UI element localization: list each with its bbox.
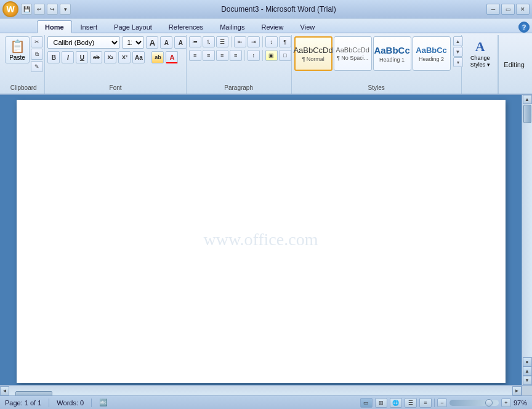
- style-heading1[interactable]: AaBbCc Heading 1: [373, 36, 411, 71]
- decrease-indent-btn[interactable]: ⇤: [234, 36, 246, 47]
- multilevel-button[interactable]: ☰: [216, 36, 228, 47]
- format-painter-button[interactable]: ✎: [31, 61, 43, 72]
- sort-button[interactable]: ↕: [265, 36, 278, 47]
- clear-format-btn[interactable]: A: [174, 36, 187, 49]
- numbering-button[interactable]: ⒈: [203, 36, 215, 47]
- strikethrough-button[interactable]: ab: [90, 51, 102, 63]
- tab-insert[interactable]: Insert: [73, 20, 106, 33]
- align-right-btn[interactable]: ≡: [216, 50, 228, 61]
- change-styles-button[interactable]: A ChangeStyles ▾: [464, 36, 496, 71]
- close-btn[interactable]: ✕: [516, 4, 530, 15]
- status-sep1: [49, 399, 49, 407]
- font-label: Font: [47, 83, 183, 92]
- line-spacing-btn[interactable]: ↕: [248, 50, 260, 61]
- h2-label: Heading 2: [419, 56, 444, 62]
- print-layout-btn[interactable]: ▭: [360, 398, 373, 408]
- justify-btn[interactable]: ≡: [230, 50, 242, 61]
- para-div4: [262, 50, 263, 61]
- scroll-thumb-v[interactable]: [523, 105, 531, 123]
- h1-preview: AaBbCc: [374, 45, 409, 55]
- status-sep2: [91, 399, 92, 407]
- scroll-left-btn[interactable]: ◄: [0, 386, 9, 395]
- para-div3: [244, 50, 245, 61]
- align-left-btn[interactable]: ≡: [189, 50, 201, 61]
- save-quick-btn[interactable]: 💾: [21, 4, 32, 15]
- style-normal[interactable]: AaBbCcDd ¶ Normal: [294, 36, 332, 71]
- scroll-up-btn[interactable]: ▲: [523, 95, 532, 104]
- horizontal-scrollbar: ◄ ►: [0, 385, 522, 395]
- web-layout-btn[interactable]: 🌐: [390, 398, 402, 408]
- select-browse-object[interactable]: ●: [523, 357, 532, 366]
- redo-quick-btn[interactable]: ↪: [47, 4, 58, 15]
- styles-label: Styles: [294, 83, 459, 92]
- normal-label: ¶ Normal: [302, 56, 324, 62]
- tab-home[interactable]: Home: [37, 20, 72, 33]
- clipboard-content: 📋 Paste ✂ ⧉ ✎: [5, 36, 42, 83]
- change-styles-icon: A: [475, 39, 485, 55]
- zoom-slider[interactable]: [449, 400, 499, 406]
- status-right: ▭ ⊞ 🌐 ☰ ≡ − + 97%: [360, 398, 527, 408]
- copy-button[interactable]: ⧉: [31, 49, 43, 60]
- para-div1: [231, 36, 232, 47]
- document-container: www.office.com: [0, 95, 522, 385]
- title-bar: W 💾 ↩ ↪ ▾ Document3 - Microsoft Word (Tr…: [0, 0, 532, 18]
- font-shrink-btn[interactable]: A: [160, 36, 172, 49]
- proofing-icon[interactable]: 🔤: [99, 399, 108, 407]
- nospace-label: ¶ No Spaci...: [337, 55, 368, 61]
- page-info: Page: 1 of 1: [5, 399, 41, 407]
- office-logo[interactable]: W: [2, 1, 18, 17]
- editing-section: Editing: [498, 35, 530, 94]
- minimize-btn[interactable]: ─: [486, 4, 500, 15]
- font-content: Calibri (Body) 11 A A A B I U ab X₂ X² A…: [47, 36, 183, 83]
- style-heading2[interactable]: AaBbCc Heading 2: [413, 36, 451, 71]
- bullets-button[interactable]: ≔: [189, 36, 201, 47]
- font-size-select[interactable]: 11: [122, 36, 144, 49]
- style-no-spacing[interactable]: AaBbCcDd ¶ No Spaci...: [334, 36, 372, 71]
- change-case-button[interactable]: Aa: [132, 51, 145, 63]
- paste-button[interactable]: 📋 Paste: [5, 36, 30, 63]
- underline-button[interactable]: U: [76, 51, 88, 63]
- tab-page-layout[interactable]: Page Layout: [106, 20, 160, 33]
- normal-preview: AaBbCcDd: [293, 46, 332, 55]
- document-page[interactable]: www.office.com: [17, 100, 506, 383]
- tab-mailings[interactable]: Mailings: [212, 20, 252, 33]
- status-bar: Page: 1 of 1 Words: 0 🔤 ▭ ⊞ 🌐 ☰ ≡ − + 97…: [0, 395, 532, 409]
- scroll-down-btn[interactable]: ▼: [523, 376, 532, 385]
- clipboard-small-btns: ✂ ⧉ ✎: [31, 36, 43, 72]
- scroll-corner: [522, 385, 532, 395]
- zoom-thumb[interactable]: [485, 399, 493, 407]
- zoom-in-btn[interactable]: +: [501, 399, 511, 407]
- font-grow-btn[interactable]: A: [146, 36, 158, 49]
- superscript-button[interactable]: X²: [118, 51, 131, 63]
- help-button[interactable]: ?: [518, 22, 530, 33]
- shading-btn[interactable]: ▣: [265, 50, 278, 61]
- font-family-select[interactable]: Calibri (Body): [47, 36, 120, 49]
- highlight-color-button[interactable]: ab: [151, 51, 164, 63]
- draft-btn[interactable]: ≡: [419, 398, 432, 408]
- subscript-button[interactable]: X₂: [104, 51, 116, 63]
- bold-button[interactable]: B: [47, 51, 60, 63]
- styles-section: AaBbCcDd ¶ Normal AaBbCcDd ¶ No Spaci...…: [292, 35, 462, 94]
- h2-preview: AaBbCc: [416, 46, 447, 55]
- scroll-right-btn[interactable]: ►: [512, 386, 522, 395]
- full-reading-btn[interactable]: ⊞: [375, 398, 387, 408]
- font-color-button[interactable]: A: [166, 51, 178, 63]
- cut-button[interactable]: ✂: [31, 36, 43, 47]
- increase-indent-btn[interactable]: ⇥: [248, 36, 260, 47]
- borders-btn[interactable]: □: [279, 50, 291, 61]
- tab-references[interactable]: References: [161, 20, 211, 33]
- prev-page-btn[interactable]: ▲: [523, 366, 532, 376]
- customize-quick-btn[interactable]: ▾: [60, 4, 71, 15]
- restore-btn[interactable]: ▭: [501, 4, 515, 15]
- italic-button[interactable]: I: [62, 51, 74, 63]
- show-marks-button[interactable]: ¶: [279, 36, 291, 47]
- align-center-btn[interactable]: ≡: [203, 50, 215, 61]
- tab-review[interactable]: Review: [253, 20, 291, 33]
- undo-quick-btn[interactable]: ↩: [34, 4, 45, 15]
- tab-view[interactable]: View: [292, 20, 323, 33]
- nospace-preview: AaBbCcDd: [336, 46, 369, 54]
- outline-btn[interactable]: ☰: [405, 398, 417, 408]
- zoom-percent[interactable]: 97%: [514, 399, 527, 407]
- clipboard-label: Clipboard: [5, 83, 42, 92]
- zoom-out-btn[interactable]: −: [437, 399, 447, 407]
